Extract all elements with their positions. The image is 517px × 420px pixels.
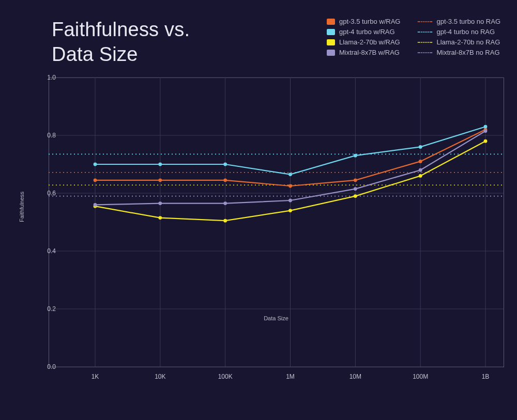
legend-label: gpt-4 turbo w/RAG bbox=[339, 28, 395, 36]
x-axis-title: Data Size bbox=[264, 315, 288, 321]
legend-column-solid: gpt-3.5 turbo w/RAGgpt-4 turbo w/RAGLlam… bbox=[327, 18, 401, 56]
y-tick-label: 0.0 bbox=[35, 363, 56, 370]
x-tick-label: 10K bbox=[155, 373, 165, 380]
legend-label: gpt-3.5 turbo w/RAG bbox=[339, 18, 401, 25]
legend-item: gpt-3.5 turbo w/RAG bbox=[327, 18, 401, 25]
chart-title: Faithfulness vs. Data Size bbox=[52, 18, 190, 67]
series-point bbox=[94, 178, 97, 182]
y-tick-label: 0.8 bbox=[35, 132, 56, 139]
series-point bbox=[354, 187, 357, 191]
series-point bbox=[223, 163, 227, 166]
series-point bbox=[288, 199, 292, 203]
y-tick-label: 0.6 bbox=[35, 190, 56, 197]
legend-label: Mixtral-8x7B no RAG bbox=[436, 49, 499, 56]
legend-column-dashed: gpt-3.5 turbo no RAGgpt-4 turbo no RAGLl… bbox=[418, 18, 500, 56]
series-point bbox=[158, 216, 162, 220]
legend-swatch-solid bbox=[327, 39, 335, 45]
series-point bbox=[288, 184, 292, 188]
legend-item: Mixtral-8x7B no RAG bbox=[418, 49, 500, 56]
legend-swatch-dashed bbox=[418, 42, 432, 43]
series-point bbox=[158, 163, 162, 166]
series-point bbox=[354, 154, 357, 158]
legend-label: Llama-2-70b w/RAG bbox=[339, 38, 400, 46]
legend-item: Llama-2-70b no RAG bbox=[418, 38, 500, 46]
legend-swatch-dashed bbox=[418, 32, 432, 33]
y-tick-label: 0.4 bbox=[35, 247, 56, 255]
series-point bbox=[419, 174, 422, 178]
series-point bbox=[484, 129, 488, 133]
series-point bbox=[94, 163, 97, 166]
series-point bbox=[158, 178, 162, 182]
series-point bbox=[484, 139, 488, 143]
series-point bbox=[223, 201, 227, 205]
series-point bbox=[158, 201, 162, 205]
legend-item: gpt-4 turbo no RAG bbox=[418, 28, 500, 36]
legend-label: gpt-4 turbo no RAG bbox=[436, 28, 495, 36]
legend-item: gpt-4 turbo w/RAG bbox=[327, 28, 401, 36]
legend-swatch-solid bbox=[327, 50, 335, 56]
plot-wrap bbox=[49, 77, 504, 367]
x-tick-label: 1B bbox=[482, 373, 490, 380]
x-tick-label: 100K bbox=[218, 373, 233, 380]
chart-legend: gpt-3.5 turbo w/RAGgpt-4 turbo w/RAGLlam… bbox=[327, 18, 500, 56]
y-tick-label: 1.0 bbox=[35, 74, 56, 81]
y-tick-label: 0.2 bbox=[35, 305, 56, 313]
series-point bbox=[223, 219, 227, 223]
legend-label: Llama-2-70b no RAG bbox=[436, 38, 500, 46]
plot-svg bbox=[49, 77, 504, 367]
series-point bbox=[354, 194, 357, 198]
legend-label: gpt-3.5 turbo no RAG bbox=[436, 18, 500, 25]
series-point bbox=[288, 173, 292, 176]
series-point bbox=[94, 203, 97, 207]
legend-item: Llama-2-70b w/RAG bbox=[327, 38, 401, 46]
series-point bbox=[484, 125, 488, 129]
series-point bbox=[419, 145, 422, 149]
series-point bbox=[223, 178, 227, 182]
grid bbox=[49, 77, 504, 367]
legend-swatch-solid bbox=[327, 19, 335, 25]
x-tick-label: 1K bbox=[92, 373, 99, 380]
series-point bbox=[419, 168, 422, 172]
x-tick-label: 100M bbox=[413, 373, 428, 380]
legend-item: Mixtral-8x7B w/RAG bbox=[327, 49, 401, 56]
series-point bbox=[288, 209, 292, 212]
y-axis-title: Faithfulness bbox=[19, 192, 25, 222]
x-tick-label: 10M bbox=[349, 373, 361, 380]
legend-item: gpt-3.5 turbo no RAG bbox=[418, 18, 500, 25]
x-tick-label: 1M bbox=[286, 373, 295, 380]
chart-container: { "title": "Faithfulness vs.\nData Size"… bbox=[0, 0, 517, 420]
series-point bbox=[419, 160, 422, 163]
legend-swatch-dashed bbox=[418, 21, 432, 22]
plot-area bbox=[49, 77, 504, 367]
legend-label: Mixtral-8x7B w/RAG bbox=[339, 49, 400, 56]
series-point bbox=[354, 178, 357, 182]
legend-swatch-dashed bbox=[418, 52, 432, 53]
legend-swatch-solid bbox=[327, 29, 335, 35]
